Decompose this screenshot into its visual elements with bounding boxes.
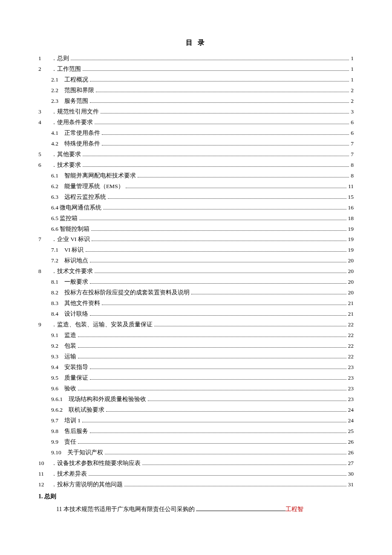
toc-row: 9.1 监造22 bbox=[38, 330, 354, 341]
toc-label: ．规范性引用文件 bbox=[51, 107, 99, 117]
toc-page: 7 bbox=[351, 139, 354, 149]
toc-page: 15 bbox=[348, 192, 354, 203]
toc-leader-dots bbox=[95, 269, 346, 273]
toc-leader-dots bbox=[79, 215, 346, 220]
toc-number: 9 bbox=[38, 320, 51, 330]
toc-label: 9.6 验收 bbox=[51, 384, 76, 394]
toc-row: 7.2 标识地点20 bbox=[38, 256, 354, 266]
toc-leader-dots bbox=[90, 279, 346, 284]
toc-row: 6.2 能量管理系统（EMS）11 bbox=[38, 181, 354, 192]
toc-leader-dots bbox=[86, 247, 346, 252]
toc-page: 2 bbox=[351, 96, 354, 107]
toc-leader-dots bbox=[102, 301, 346, 305]
toc-row: 8．技术文件要求20 bbox=[38, 266, 354, 277]
toc-label: ．监造、包装、运输、安装及质量保证 bbox=[51, 320, 153, 330]
toc-leader-dots bbox=[78, 354, 346, 358]
toc-page: 6 bbox=[351, 128, 354, 139]
toc-row: 2．工作范围1 bbox=[38, 64, 354, 75]
toc-label: 8.3 其他文件资料 bbox=[51, 298, 100, 309]
toc-label: 9.10 关于知识产权 bbox=[51, 447, 103, 458]
toc-label: 6.3 远程云监控系统 bbox=[51, 192, 106, 203]
toc-leader-dots bbox=[124, 482, 346, 486]
toc-page: 16 bbox=[348, 203, 354, 213]
toc-leader-dots bbox=[78, 333, 346, 337]
toc-label: 6.5 监控箱 bbox=[51, 213, 78, 224]
toc-label: 9.6.1 现场结构和外观质量检验验收 bbox=[51, 394, 146, 405]
toc-page: 1 bbox=[351, 53, 354, 64]
toc-leader-dots bbox=[92, 237, 346, 241]
toc-row: 2.3 服务范围2 bbox=[38, 96, 354, 107]
toc-leader-dots bbox=[90, 375, 346, 380]
toc-page: 19 bbox=[348, 224, 354, 235]
toc-label: 2.1 工程概况 bbox=[51, 75, 88, 85]
toc-leader-dots bbox=[106, 407, 346, 412]
toc-label: ．投标方需说明的其他问题 bbox=[51, 479, 123, 490]
toc-row: 8.2 投标方在投标阶段应提交的成套装置资料及说明20 bbox=[38, 288, 354, 298]
toc-row: 6.6 智能控制箱19 bbox=[38, 224, 354, 235]
toc-leader-dots bbox=[83, 151, 349, 156]
toc-leader-dots bbox=[95, 119, 349, 124]
toc-page: 26 bbox=[348, 437, 354, 447]
toc-number: 2 bbox=[38, 64, 51, 75]
toc-number: 4 bbox=[38, 117, 51, 128]
toc-page: 1 bbox=[351, 64, 354, 75]
toc-label: ．使用条件要求 bbox=[51, 117, 93, 128]
toc-row: 6.5 监控箱18 bbox=[38, 213, 354, 224]
toc-row: 4.1 正常使用条件6 bbox=[38, 128, 354, 139]
toc-number: 5 bbox=[38, 149, 51, 160]
toc-leader-dots bbox=[105, 450, 346, 454]
toc-label: ．工作范围 bbox=[51, 64, 81, 75]
toc-number: 10 bbox=[38, 458, 51, 469]
toc-page: 23 bbox=[348, 394, 354, 405]
toc-page: 22 bbox=[348, 352, 354, 362]
toc-leader-dots bbox=[101, 109, 349, 113]
toc-page: 22 bbox=[348, 341, 354, 352]
body-text-red: 工程智 bbox=[285, 506, 303, 512]
toc-leader-dots bbox=[71, 56, 349, 60]
toc-page: 24 bbox=[348, 405, 354, 416]
toc-page: 7 bbox=[351, 149, 354, 160]
page: 目 录 1．总则12．工作范围12.1 工程概况12.2 范围和界限22.3 服… bbox=[0, 0, 392, 555]
toc-page: 8 bbox=[351, 160, 354, 171]
toc-row: 1．总则1 bbox=[38, 53, 354, 64]
toc-page: 20 bbox=[348, 288, 354, 298]
toc-row: 9.7 培训 124 bbox=[38, 416, 354, 426]
toc-leader-dots bbox=[90, 365, 346, 369]
toc-page: 11 bbox=[348, 181, 354, 192]
toc-page: 22 bbox=[348, 330, 354, 341]
toc-page: 1 bbox=[351, 75, 354, 85]
toc-page: 2 bbox=[351, 85, 354, 96]
toc-label: 9.7 培训 1 bbox=[51, 416, 81, 426]
section-1-heading: 1. 总则 bbox=[38, 493, 354, 500]
toc-label: 2.3 服务范围 bbox=[51, 96, 88, 107]
toc-row: 9.5 质量保证23 bbox=[38, 373, 354, 384]
toc-label: 6.2 能量管理系统（EMS） bbox=[51, 181, 124, 192]
toc-leader-dots bbox=[83, 162, 349, 166]
toc-label: 7.2 标识地点 bbox=[51, 256, 88, 266]
toc-label: 8.1 一般要求 bbox=[51, 277, 88, 288]
toc-row: 8.4 设计联络21 bbox=[38, 309, 354, 320]
toc-label: 9.8 售后服务 bbox=[51, 426, 88, 437]
toc-leader-dots bbox=[90, 77, 349, 81]
toc-row: 9.3 运输22 bbox=[38, 352, 354, 362]
toc-row: 6.3 远程云监控系统15 bbox=[38, 192, 354, 203]
toc-leader-dots bbox=[78, 439, 346, 443]
toc-row: 6.4 微电网通信系统16 bbox=[38, 203, 354, 213]
toc-label: 9.4 安装指导 bbox=[51, 362, 88, 373]
toc-page: 23 bbox=[348, 362, 354, 373]
toc-label: ．企业 VI 标识 bbox=[51, 234, 90, 245]
toc-leader-dots bbox=[154, 322, 346, 326]
toc-leader-dots bbox=[90, 258, 346, 262]
toc-leader-dots bbox=[90, 428, 346, 433]
toc-page: 25 bbox=[348, 426, 354, 437]
fill-in-blank bbox=[196, 505, 285, 511]
toc-number: 3 bbox=[38, 107, 51, 117]
toc-label: 2.2 范围和界限 bbox=[51, 85, 94, 96]
toc-page: 27 bbox=[348, 458, 354, 469]
toc-number: 8 bbox=[38, 266, 51, 277]
toc-leader-dots bbox=[82, 418, 346, 422]
toc-page: 21 bbox=[348, 309, 354, 320]
toc-page: 18 bbox=[348, 213, 354, 224]
toc-row: 7.1 VI 标识19 bbox=[38, 245, 354, 256]
table-of-contents: 1．总则12．工作范围12.1 工程概况12.2 范围和界限22.3 服务范围2… bbox=[38, 53, 354, 490]
